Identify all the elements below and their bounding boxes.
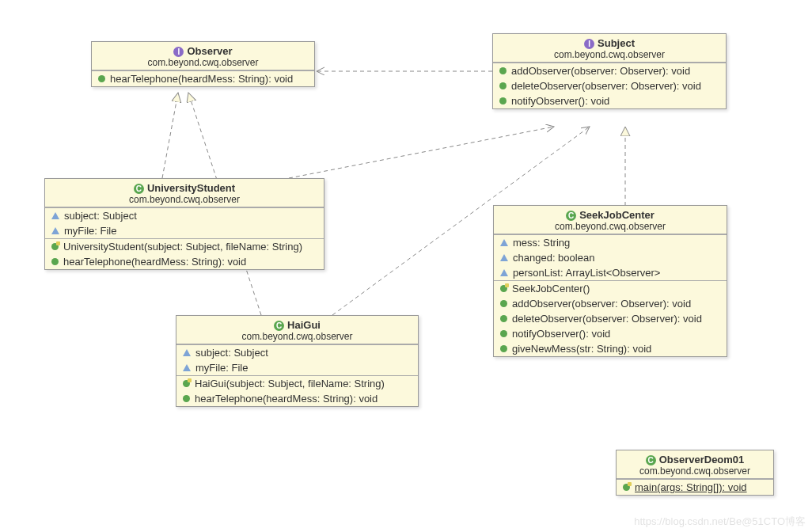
constructor-icon [183,380,190,387]
public-icon [499,67,507,74]
class-package: com.beyond.cwq.observer [184,331,410,342]
class-icon: C [134,184,144,194]
fields-section: subject: Subject myFile: File [176,344,418,375]
class-title: CSeekJobCenter [502,209,719,221]
methods-section: hearTelephone(heardMess: String): void [92,70,314,86]
class-icon: C [646,455,656,466]
constructor-row: HaiGui(subject: Subject, fileName: Strin… [176,376,418,391]
method-label: SeekJobCenter() [512,283,590,294]
interface-icon: I [173,47,184,57]
method-label: notifyObserver(): void [511,95,609,107]
class-package: com.beyond.cwq.observer [502,221,719,232]
class-package: com.beyond.cwq.observer [100,57,306,68]
method-label: main(args: String[]): void [635,481,747,493]
fields-section: mess: String changed: boolean personList… [494,234,727,280]
methods-section: HaiGui(subject: Subject, fileName: Strin… [176,375,418,406]
public-icon [500,315,507,322]
class-subject: ISubject com.beyond.cwq.observer addObse… [492,33,727,109]
method-label: hearTelephone(heardMess: String): void [195,393,378,405]
constructor-icon [51,243,59,250]
constructor-row: SeekJobCenter() [494,281,727,296]
method-row: hearTelephone(heardMess: String): void [176,391,418,406]
methods-section: main(args: String[]): void [617,479,773,495]
class-header: IObserver com.beyond.cwq.observer [92,42,314,70]
field-row: myFile: File [45,223,324,238]
public-icon [499,82,507,89]
class-title: CObserverDeom01 [624,454,765,466]
class-title: CUniversityStudent [53,182,316,194]
method-label: UniversityStudent(subject: Subject, file… [63,241,302,253]
method-label: addObserver(observer: Observer): void [511,65,690,77]
field-label: changed: boolean [513,252,594,264]
field-icon [183,364,191,371]
class-haigui: CHaiGui com.beyond.cwq.observer subject:… [176,315,419,407]
method-row: addObserver(observer: Observer): void [494,296,727,311]
field-row: personList: ArrayList<Observer> [494,265,727,280]
watermark: https://blog.csdn.net/Be@51CTO博客 [634,515,806,529]
method-row: notifyObserver(): void [494,326,727,341]
class-title: IObserver [100,45,306,57]
method-row: deleteObserver(observer: Observer): void [493,78,726,93]
method-row: giveNewMess(str: String): void [494,341,727,356]
field-row: mess: String [494,235,727,250]
field-label: subject: Subject [64,210,137,222]
static-method-icon [623,484,630,491]
field-icon [51,227,59,234]
method-row: notifyObserver(): void [493,93,726,108]
field-row: myFile: File [176,360,418,375]
field-icon [51,212,59,219]
field-label: subject: Subject [195,347,268,359]
method-row: hearTelephone(heardMess: String): void [45,254,324,269]
field-label: personList: ArrayList<Observer> [513,267,660,279]
method-label: deleteObserver(observer: Observer): void [511,80,701,92]
public-icon [51,258,59,265]
class-observer: IObserver com.beyond.cwq.observer hearTe… [91,41,315,87]
class-seekjobcenter: CSeekJobCenter com.beyond.cwq.observer m… [493,205,727,357]
field-icon [500,239,508,246]
class-title: ISubject [501,37,718,49]
methods-section: UniversityStudent(subject: Subject, file… [45,238,324,269]
class-title: CHaiGui [184,319,410,331]
class-header: ISubject com.beyond.cwq.observer [493,34,726,63]
class-observerdeom01: CObserverDeom01 com.beyond.cwq.observer … [616,450,774,496]
method-row: hearTelephone(heardMess: String): void [92,71,314,86]
field-row: changed: boolean [494,250,727,265]
class-icon: C [274,321,284,331]
field-row: subject: Subject [45,208,324,223]
field-icon [500,254,508,261]
public-icon [500,330,507,337]
field-icon [183,349,191,356]
fields-section: subject: Subject myFile: File [45,207,324,238]
field-row: subject: Subject [176,345,418,360]
method-row: main(args: String[]): void [617,480,773,495]
class-package: com.beyond.cwq.observer [624,466,765,477]
class-header: CSeekJobCenter com.beyond.cwq.observer [494,206,727,234]
interface-icon: I [584,39,594,49]
class-header: CObserverDeom01 com.beyond.cwq.observer [617,450,773,479]
method-label: hearTelephone(heardMess: String): void [63,256,246,268]
svg-line-4 [289,127,554,178]
field-label: myFile: File [64,225,116,237]
constructor-row: UniversityStudent(subject: Subject, file… [45,239,324,254]
method-row: addObserver(observer: Observer): void [493,63,726,78]
public-icon [183,395,190,402]
class-package: com.beyond.cwq.observer [53,194,316,205]
method-label: hearTelephone(heardMess: String): void [110,73,293,85]
constructor-icon [500,285,507,292]
class-university-student: CUniversityStudent com.beyond.cwq.observ… [44,178,324,270]
class-header: CUniversityStudent com.beyond.cwq.observ… [45,179,324,207]
class-icon: C [566,211,576,221]
field-icon [500,269,508,276]
uml-diagram: IObserver com.beyond.cwq.observer hearTe… [0,0,812,532]
class-header: CHaiGui com.beyond.cwq.observer [176,316,418,344]
methods-section: SeekJobCenter() addObserver(observer: Ob… [494,280,727,356]
method-label: giveNewMess(str: String): void [512,343,651,355]
class-package: com.beyond.cwq.observer [501,49,718,60]
field-label: myFile: File [195,362,248,374]
public-icon [500,345,507,352]
svg-line-0 [162,93,178,178]
method-label: notifyObserver(): void [512,328,610,340]
public-icon [98,75,105,82]
method-label: deleteObserver(observer: Observer): void [512,313,702,325]
field-label: mess: String [513,237,570,249]
